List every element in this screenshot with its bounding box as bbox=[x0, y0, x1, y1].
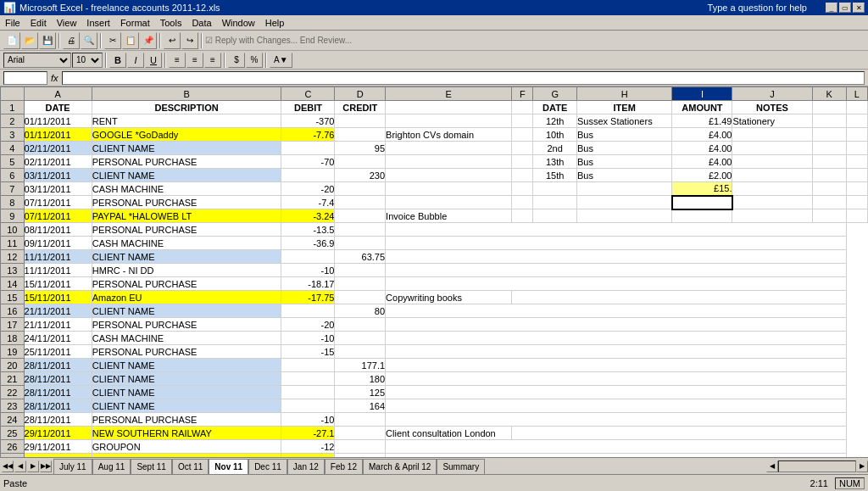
cell-h9[interactable] bbox=[576, 209, 671, 223]
cell-e15[interactable]: Copywriting books bbox=[386, 291, 512, 304]
cell-h7[interactable] bbox=[576, 182, 671, 196]
menu-edit[interactable]: Edit bbox=[25, 17, 52, 29]
cell-c5[interactable]: -70 bbox=[281, 155, 335, 169]
cell-k9[interactable] bbox=[812, 209, 846, 223]
cell-d1[interactable]: CREDIT bbox=[335, 101, 386, 114]
cell-e18[interactable] bbox=[386, 332, 847, 345]
cell-b10[interactable]: PERSONAL PURCHASE bbox=[92, 223, 281, 237]
cell-e10[interactable] bbox=[386, 223, 847, 237]
cell-a19[interactable]: 25/11/2011 bbox=[24, 345, 92, 359]
hscroll-left[interactable]: ◀ bbox=[766, 460, 778, 472]
cell-a17[interactable]: 21/11/2011 bbox=[24, 318, 92, 332]
cell-j9[interactable] bbox=[732, 209, 812, 223]
cell-k3[interactable] bbox=[812, 128, 846, 142]
row-header-1[interactable]: 1 bbox=[1, 101, 25, 114]
cell-e12[interactable] bbox=[386, 250, 847, 264]
align-right-button[interactable]: ≡ bbox=[204, 53, 221, 68]
tab-nov11-active[interactable]: Nov 11 bbox=[209, 459, 248, 474]
cell-j5[interactable] bbox=[732, 155, 812, 169]
hscroll-track[interactable] bbox=[778, 460, 856, 472]
cell-g9[interactable] bbox=[533, 209, 577, 223]
cell-a27[interactable]: 29/11/2011 bbox=[24, 454, 92, 458]
cell-h1[interactable]: ITEM bbox=[576, 101, 671, 114]
cell-e8[interactable] bbox=[386, 196, 512, 209]
cell-e26[interactable] bbox=[386, 440, 847, 454]
cell-b6[interactable]: CLIENT NAME bbox=[92, 169, 281, 182]
cell-i4[interactable]: £4.00 bbox=[672, 142, 732, 155]
menu-window[interactable]: Window bbox=[217, 17, 260, 29]
open-button[interactable]: 📂 bbox=[21, 32, 38, 49]
cell-d16[interactable]: 80 bbox=[335, 304, 386, 318]
cell-j1[interactable]: NOTES bbox=[732, 101, 812, 114]
cell-d22[interactable]: 125 bbox=[335, 386, 386, 399]
cell-e23[interactable] bbox=[386, 399, 847, 413]
cell-d12[interactable]: 63.75 bbox=[335, 250, 386, 264]
cell-k5[interactable] bbox=[812, 155, 846, 169]
row-header-19[interactable]: 19 bbox=[1, 345, 25, 359]
cell-b26[interactable]: GROUPON bbox=[92, 440, 281, 454]
preview-button[interactable]: 🔍 bbox=[81, 32, 97, 49]
cell-c22[interactable] bbox=[281, 386, 335, 399]
cell-e1[interactable] bbox=[386, 101, 512, 114]
cell-f4[interactable] bbox=[512, 142, 533, 155]
cell-b2[interactable]: RENT bbox=[92, 114, 281, 128]
cell-i5[interactable]: £4.00 bbox=[672, 155, 732, 169]
col-header-h[interactable]: H bbox=[576, 87, 671, 101]
cell-e25[interactable]: Client consultation London bbox=[386, 427, 512, 440]
row-header-21[interactable]: 21 bbox=[1, 372, 25, 386]
cell-l3[interactable] bbox=[846, 128, 867, 142]
cell-d10[interactable] bbox=[335, 223, 386, 237]
cell-a10[interactable]: 08/11/2011 bbox=[24, 223, 92, 237]
cell-d13[interactable] bbox=[335, 264, 386, 277]
cell-b7[interactable]: CASH MACHINE bbox=[92, 182, 281, 196]
row-header-27[interactable]: 27 bbox=[1, 454, 25, 458]
cell-g1[interactable]: DATE bbox=[533, 101, 577, 114]
cell-d3[interactable] bbox=[335, 128, 386, 142]
font-size-select[interactable]: 10 bbox=[72, 53, 103, 68]
col-header-f[interactable]: F bbox=[512, 87, 533, 101]
cell-e24[interactable] bbox=[386, 413, 847, 427]
row-header-5[interactable]: 5 bbox=[1, 155, 25, 169]
cell-l4[interactable] bbox=[846, 142, 867, 155]
col-header-g[interactable]: G bbox=[533, 87, 577, 101]
cell-b5[interactable]: PERSONAL PURCHASE bbox=[92, 155, 281, 169]
menu-data[interactable]: Data bbox=[186, 17, 216, 29]
cell-a15[interactable]: 15/11/2011 bbox=[24, 291, 92, 304]
cell-f15[interactable] bbox=[512, 291, 846, 304]
cell-f7[interactable] bbox=[512, 182, 533, 196]
cell-k8[interactable] bbox=[812, 196, 846, 209]
row-header-23[interactable]: 23 bbox=[1, 399, 25, 413]
cell-f5[interactable] bbox=[512, 155, 533, 169]
cell-j2[interactable]: Stationery bbox=[732, 114, 812, 128]
cell-a6[interactable]: 03/11/2011 bbox=[24, 169, 92, 182]
cell-a18[interactable]: 24/11/2011 bbox=[24, 332, 92, 345]
cell-a2[interactable]: 01/11/2011 bbox=[24, 114, 92, 128]
cell-i6[interactable]: £2.00 bbox=[672, 169, 732, 182]
cell-c9[interactable]: -3.24 bbox=[281, 209, 335, 223]
cell-e3[interactable]: Brighton CVs domain bbox=[386, 128, 512, 142]
cell-h2[interactable]: Sussex Stationers bbox=[576, 114, 671, 128]
cell-c18[interactable]: -10 bbox=[281, 332, 335, 345]
undo-button[interactable]: ↩ bbox=[164, 32, 181, 49]
cell-i9-active[interactable] bbox=[672, 196, 732, 209]
tab-jan12[interactable]: Jan 12 bbox=[287, 459, 325, 474]
cell-e14[interactable] bbox=[386, 277, 847, 291]
percent-button[interactable]: % bbox=[246, 53, 263, 68]
cell-d9[interactable] bbox=[335, 209, 386, 223]
sheet-nav-prev[interactable]: ◀ bbox=[14, 460, 26, 472]
cell-d15[interactable] bbox=[335, 291, 386, 304]
tab-summary[interactable]: Summary bbox=[437, 459, 485, 474]
cell-c26[interactable]: -12 bbox=[281, 440, 335, 454]
cell-g3[interactable]: 10th bbox=[533, 128, 577, 142]
cell-k7[interactable] bbox=[812, 182, 846, 196]
cell-d23[interactable]: 164 bbox=[335, 399, 386, 413]
cell-c21[interactable] bbox=[281, 372, 335, 386]
cell-a5[interactable]: 02/11/2011 bbox=[24, 155, 92, 169]
cell-g2[interactable]: 12th bbox=[533, 114, 577, 128]
formula-input[interactable]: =SUM(I4:I8) bbox=[62, 71, 865, 85]
cell-k4[interactable] bbox=[812, 142, 846, 155]
cell-e16[interactable] bbox=[386, 304, 847, 318]
col-header-j[interactable]: J bbox=[732, 87, 812, 101]
cell-k1[interactable] bbox=[812, 101, 846, 114]
cell-c23[interactable] bbox=[281, 399, 335, 413]
